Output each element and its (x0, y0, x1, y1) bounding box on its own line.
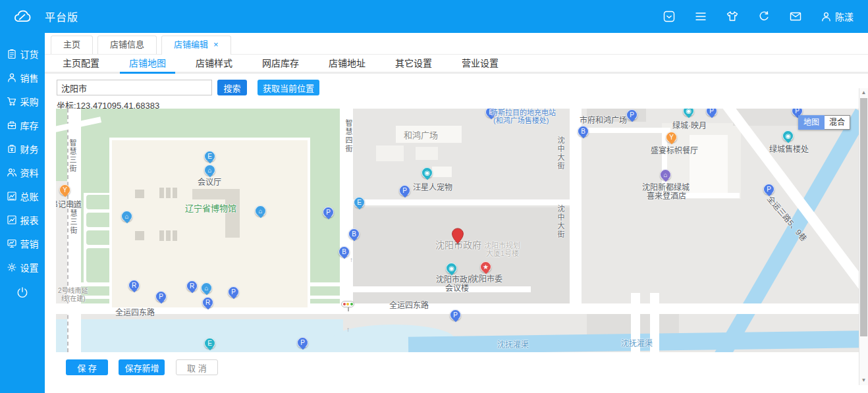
sidebar-item-order[interactable]: 订货 (0, 42, 45, 66)
subtab-shop-map[interactable]: 店铺地图 (129, 55, 166, 74)
recharge-marker[interactable]: R (186, 280, 198, 292)
app-download-icon[interactable] (662, 9, 676, 24)
box-icon (7, 120, 17, 130)
sales-office-marker[interactable]: ◉ (782, 130, 794, 142)
museum-struct-9 (192, 189, 240, 199)
sidebar-item-sales[interactable]: 销售 (0, 66, 45, 90)
restaurant-marker[interactable]: Y (666, 132, 677, 143)
charging-station-marker[interactable]: E (354, 197, 365, 208)
menu-icon[interactable] (693, 9, 708, 24)
tab-shop-edit[interactable]: 店铺编辑× (161, 36, 231, 55)
parking-marker[interactable]: P (763, 184, 774, 195)
sidebar-item-inventory[interactable]: 库存 (0, 113, 45, 137)
save-button[interactable]: 保 存 (66, 359, 108, 375)
cancel-button[interactable]: 取 消 (176, 359, 218, 375)
parking-marker[interactable]: P (626, 109, 637, 120)
app-title: 平台版 (45, 9, 78, 24)
subtab-shop-style[interactable]: 店铺样式 (196, 55, 232, 74)
chart-icon (7, 191, 17, 201)
map-toolbar: 搜索 获取当前位置 (57, 80, 868, 95)
location-pin[interactable] (451, 228, 464, 248)
road-v-right1 (631, 293, 640, 352)
bldg-white-3 (416, 147, 438, 160)
museum-struct-2 (159, 188, 164, 198)
subtab-shop-address[interactable]: 店铺地址 (329, 55, 366, 74)
sidebar-item-settings[interactable]: 设置 (0, 255, 45, 279)
road-mid-h2 (353, 286, 531, 292)
hybrid-mode-button[interactable]: 混合 (825, 115, 850, 130)
map-canvas[interactable]: 地图 混合 智慧三街智慧三街串记串道会议厅辽宁省博物馆智慧四街和鸿广场特斯拉目的… (56, 109, 859, 352)
party-committee-marker[interactable]: ★ (480, 261, 491, 273)
locate-button[interactable]: 获取当前位置 (258, 80, 319, 95)
close-icon[interactable]: × (213, 39, 219, 49)
user-icon (820, 11, 832, 23)
museum-struct-5 (135, 231, 144, 240)
museum-marker[interactable]: ⌂ (121, 211, 132, 222)
traffic-light-icon (341, 301, 354, 307)
subtab-other-settings[interactable]: 其它设置 (395, 55, 432, 74)
poi-marker[interactable]: ⌂ (201, 282, 212, 294)
user-menu[interactable]: 陈漾 (820, 10, 854, 23)
shirt-icon[interactable] (725, 9, 740, 24)
report-chart-icon (7, 215, 17, 225)
road-mid-h1 (353, 199, 570, 205)
parking-marker[interactable]: P (706, 109, 717, 117)
city-search-input[interactable] (57, 80, 212, 95)
parking-marker[interactable]: P (450, 309, 461, 321)
mail-icon[interactable] (788, 9, 803, 24)
parking-marker[interactable]: P (399, 185, 410, 196)
tab-home[interactable]: 主页 (51, 36, 93, 54)
museum-struct-1 (135, 190, 144, 198)
bus-stop-marker[interactable]: B (348, 228, 360, 240)
food-marker[interactable]: Y (59, 184, 70, 196)
pet-shop-marker[interactable]: ◉ (421, 167, 433, 178)
road-v-right2 (650, 293, 659, 352)
bus-stop-marker[interactable]: B (339, 246, 350, 257)
scroll-thumb[interactable] (860, 98, 867, 336)
parking-marker[interactable]: P (297, 337, 308, 348)
gear-icon (7, 262, 17, 273)
monitor-icon (7, 238, 17, 249)
app-logo-icon (0, 7, 45, 26)
tab-shop-info[interactable]: 店铺信息 (97, 36, 157, 54)
clipboard-icon (7, 49, 17, 59)
sidebar-item-marketing[interactable]: 营销 (0, 232, 45, 255)
recharge-marker[interactable]: R (202, 297, 213, 308)
gov-meeting-hall-marker[interactable]: ◉ (446, 263, 457, 274)
parking-marker[interactable]: P (155, 291, 167, 302)
museum-struct-10 (225, 199, 240, 238)
parking-marker[interactable]: P (228, 286, 239, 298)
scroll-down-arrow[interactable]: ▼ (859, 376, 868, 385)
sidebar-item-report[interactable]: 报表 (0, 208, 45, 232)
road-zhihui3 (67, 109, 81, 352)
scroll-up-arrow[interactable]: ▲ (859, 88, 868, 97)
search-button[interactable]: 搜索 (217, 80, 247, 95)
charging-station-marker[interactable]: E (204, 151, 215, 162)
sidebar-item-purchase[interactable]: 采购 (0, 90, 45, 113)
museum-marker[interactable]: ⌂ (255, 205, 266, 217)
road-shenzhong (570, 109, 582, 303)
conference-hall-marker[interactable]: ⌂ (204, 165, 215, 176)
subtab-online-stock[interactable]: 网店库存 (262, 55, 299, 74)
shop-marker[interactable]: ◉ (683, 109, 694, 117)
recharge-marker[interactable]: R (128, 280, 140, 291)
sidebar-item-finance[interactable]: 财务 (0, 137, 45, 161)
bldg-white-4 (432, 167, 452, 177)
sidebar-item-ledger[interactable]: 总账 (0, 184, 45, 208)
parking-marker[interactable]: P (323, 207, 334, 218)
save-new-button[interactable]: 保存新增 (119, 359, 165, 375)
hotel-marker[interactable]: ⌂ (660, 169, 671, 180)
map-mode-button[interactable]: 地图 (798, 115, 825, 130)
charging-station-marker[interactable]: E (204, 338, 215, 349)
user-name: 陈漾 (835, 10, 854, 23)
bus-stop-marker[interactable]: B (578, 126, 589, 137)
topbar: 平台版 陈漾 (0, 0, 868, 33)
cart-icon (7, 96, 17, 107)
map-type-toggle: 地图 混合 (798, 115, 850, 130)
vertical-scrollbar[interactable]: ▲ ▼ (859, 88, 868, 385)
logout-button[interactable] (0, 280, 45, 304)
refresh-icon[interactable] (757, 9, 771, 24)
subtab-business-settings[interactable]: 营业设置 (462, 55, 499, 74)
subtab-home-config[interactable]: 主页配置 (63, 55, 99, 74)
sidebar-item-data[interactable]: 资料 (0, 161, 45, 184)
